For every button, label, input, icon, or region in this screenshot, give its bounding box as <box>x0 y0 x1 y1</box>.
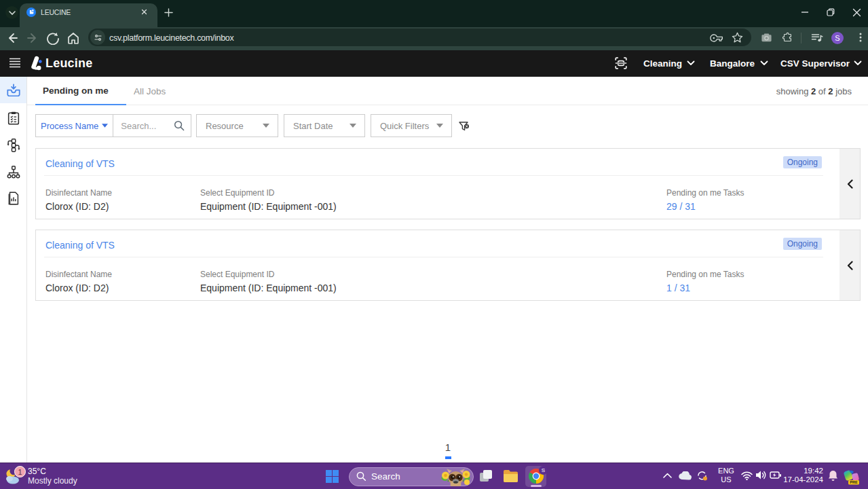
svg-text:PRE: PRE <box>850 480 858 484</box>
